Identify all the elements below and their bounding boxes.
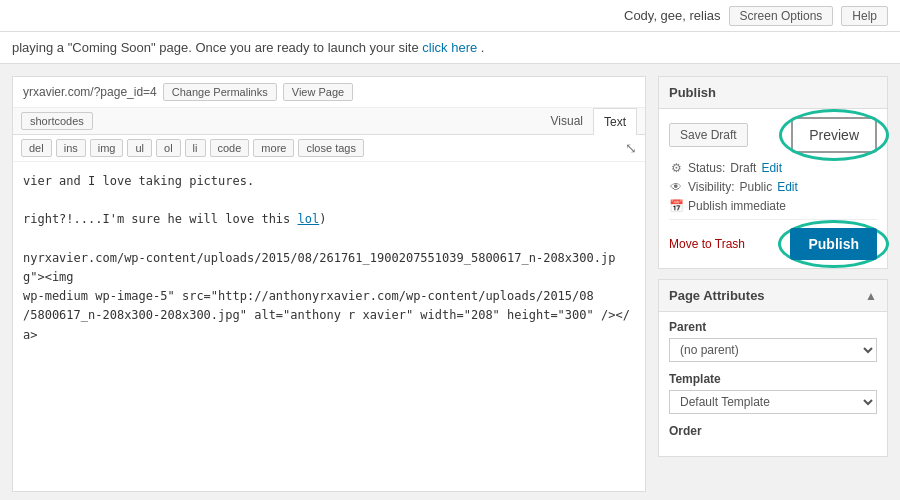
save-draft-button[interactable]: Save Draft [669,123,748,147]
parent-label: Parent [669,320,877,334]
shortcodes-button[interactable]: shortcodes [21,112,93,130]
publish-button[interactable]: Publish [790,228,877,260]
toolbar-li[interactable]: li [185,139,206,157]
main-content: yrxavier.com/?page_id=4 Change Permalink… [0,64,900,500]
status-row: ⚙ Status: Draft Edit [669,161,877,175]
status-icon: ⚙ [669,161,683,175]
template-field: Template Default Template [669,372,877,414]
top-bar: Cody, gee, relias Screen Options Help [0,0,900,32]
page-attributes-header: Page Attributes ▲ [659,280,887,312]
notice-suffix: . [481,40,485,55]
toolbar-close-tags[interactable]: close tags [298,139,364,157]
visibility-row: 👁 Visibility: Public Edit [669,180,877,194]
toolbar-del[interactable]: del [21,139,52,157]
editor-tabs-row: shortcodes Visual Text [13,108,645,135]
visibility-edit-link[interactable]: Edit [777,180,798,194]
publish-info: ⚙ Status: Draft Edit 👁 Visibility: Publi… [669,161,877,213]
preview-circle-wrap: Preview [791,117,877,153]
publish-immediate-row: 📅 Publish immediate [669,199,877,213]
editor-toolbar: del ins img ul ol li code more close tag… [13,135,645,162]
calendar-icon: 📅 [669,199,683,213]
visibility-value: Public [739,180,772,194]
preview-button[interactable]: Preview [791,117,877,153]
user-label: Cody, gee, relias [624,8,721,23]
publish-immediate-text: Publish immediate [688,199,786,213]
status-edit-link[interactable]: Edit [761,161,782,175]
sidebar: Publish Save Draft Preview ⚙ Status: Dra… [658,76,888,492]
expand-icon[interactable]: ⤡ [625,140,637,156]
page-attributes-body: Parent (no parent) Template Default Temp… [659,312,887,456]
editor-area: yrxavier.com/?page_id=4 Change Permalink… [12,76,646,492]
screen-options-button[interactable]: Screen Options [729,6,834,26]
editor-body[interactable]: vier and I love taking pictures. right?!… [13,162,645,491]
lol-link: lol [298,212,320,226]
page-attributes-title: Page Attributes [669,288,765,303]
toolbar-ol[interactable]: ol [156,139,181,157]
template-select[interactable]: Default Template [669,390,877,414]
publish-box-header: Publish [659,77,887,109]
publish-footer: Move to Trash Publish [669,219,877,260]
toolbar-code[interactable]: code [210,139,250,157]
notice-text: playing a "Coming Soon" page. Once you a… [12,40,422,55]
toolbar-more[interactable]: more [253,139,294,157]
order-label: Order [669,424,877,438]
tab-text[interactable]: Text [593,108,637,135]
chevron-up-icon: ▲ [865,289,877,303]
toolbar-ul[interactable]: ul [127,139,152,157]
status-label: Status: [688,161,725,175]
toolbar-img[interactable]: img [90,139,124,157]
move-to-trash-link[interactable]: Move to Trash [669,237,745,251]
permalink-bar: yrxavier.com/?page_id=4 Change Permalink… [13,77,645,108]
parent-select[interactable]: (no parent) [669,338,877,362]
order-field: Order [669,424,877,438]
permalink-url: yrxavier.com/?page_id=4 [23,85,157,99]
publish-circle-wrap: Publish [790,228,877,260]
publish-title: Publish [669,85,716,100]
page-attributes-box: Page Attributes ▲ Parent (no parent) Tem… [658,279,888,457]
change-permalinks-button[interactable]: Change Permalinks [163,83,277,101]
visibility-label: Visibility: [688,180,734,194]
tab-visual[interactable]: Visual [541,108,593,134]
click-here-link[interactable]: click here [422,40,477,55]
notice-bar: playing a "Coming Soon" page. Once you a… [0,32,900,64]
help-button[interactable]: Help [841,6,888,26]
template-label: Template [669,372,877,386]
publish-box-body: Save Draft Preview ⚙ Status: Draft Edit [659,109,887,268]
status-value: Draft [730,161,756,175]
toolbar-ins[interactable]: ins [56,139,86,157]
publish-box: Publish Save Draft Preview ⚙ Status: Dra… [658,76,888,269]
visibility-icon: 👁 [669,180,683,194]
view-page-button[interactable]: View Page [283,83,353,101]
publish-actions: Save Draft Preview [669,117,877,153]
parent-field: Parent (no parent) [669,320,877,362]
